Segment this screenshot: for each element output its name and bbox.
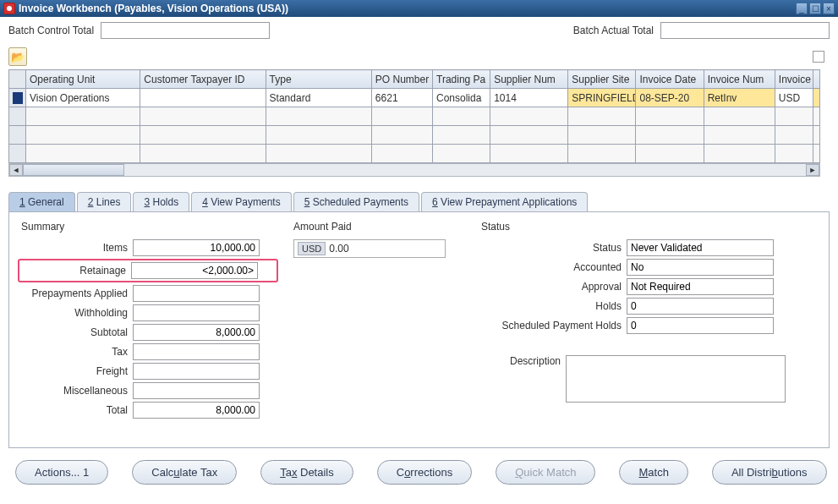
row-selector[interactable] xyxy=(9,89,26,107)
window-title: Invoice Workbench (Payables, Vision Oper… xyxy=(19,3,796,14)
amount-paid-legend: Amount Paid xyxy=(293,221,463,233)
tab-scheduled-payments[interactable]: 5 Scheduled Payments xyxy=(293,192,419,211)
items-label: Items xyxy=(21,242,133,254)
summary-legend: Summary xyxy=(21,221,275,233)
tax-input[interactable] xyxy=(133,343,260,360)
col-supplier-site[interactable]: Supplier Site xyxy=(568,70,636,89)
close-button[interactable]: × xyxy=(823,3,835,14)
items-input[interactable] xyxy=(133,239,260,256)
currency-badge: USD xyxy=(298,242,326,255)
freight-input[interactable] xyxy=(133,363,260,380)
amount-paid-group: Amount Paid USD 0.00 xyxy=(293,221,463,432)
description-textarea[interactable] xyxy=(566,355,786,403)
tab-view-payments[interactable]: 4 View Payments xyxy=(191,192,292,211)
tab-general[interactable]: 1 General xyxy=(8,192,75,211)
tax-label: Tax xyxy=(21,346,133,358)
status-group: Status Status Accounted Approval Holds S… xyxy=(481,221,817,432)
quick-match-button: Quick Match xyxy=(496,460,595,485)
col-customer-taxpayer[interactable]: Customer Taxpayer ID xyxy=(140,70,266,89)
status-input[interactable] xyxy=(627,239,774,256)
summary-group: Summary Items Retainage Prepayments Appl… xyxy=(21,221,275,432)
description-label: Description xyxy=(481,355,566,367)
withhold-input[interactable] xyxy=(133,304,260,321)
button-bar: Actions... 1 Calculate Tax Tax Details C… xyxy=(0,448,838,493)
batch-actual-input[interactable] xyxy=(660,22,830,39)
actions-button[interactable]: Actions... 1 xyxy=(15,460,108,485)
col-po-number[interactable]: PO Number xyxy=(371,70,432,89)
col-invoice-curr[interactable]: Invoice xyxy=(775,70,813,89)
prepay-label: Prepayments Applied xyxy=(21,288,133,299)
cell-invoice-curr[interactable]: USD xyxy=(775,89,813,107)
subtotal-input[interactable] xyxy=(133,324,260,341)
col-type[interactable]: Type xyxy=(266,70,371,89)
cell-trading[interactable]: Consolida xyxy=(433,89,490,107)
table-row[interactable] xyxy=(9,126,820,145)
cell-operating-unit[interactable]: Vision Operations xyxy=(26,89,140,107)
prepay-input[interactable] xyxy=(133,285,260,302)
scroll-left-icon[interactable]: ◄ xyxy=(9,164,23,176)
cell-po-number[interactable]: 6621 xyxy=(371,89,432,107)
scroll-thumb[interactable] xyxy=(23,164,124,176)
amount-paid-value: 0.00 xyxy=(329,243,348,255)
approval-label: Approval xyxy=(481,281,627,293)
accounted-input[interactable] xyxy=(627,259,774,276)
window-titlebar: Invoice Workbench (Payables, Vision Oper… xyxy=(0,0,838,17)
corrections-button[interactable]: Corrections xyxy=(377,460,472,485)
cell-invoice-date[interactable]: 08-SEP-20 xyxy=(636,89,704,107)
approval-input[interactable] xyxy=(627,278,774,295)
misc-input[interactable] xyxy=(133,382,260,399)
scroll-right-icon[interactable]: ► xyxy=(806,164,819,176)
grid-header-row: Operating Unit Customer Taxpayer ID Type… xyxy=(9,70,820,89)
table-row[interactable] xyxy=(9,107,820,126)
misc-label: Miscellaneous xyxy=(21,385,133,397)
batch-actual-label: Batch Actual Total xyxy=(573,25,654,36)
cell-supplier-site[interactable]: SPRINGFIELD xyxy=(568,89,636,107)
retainage-label: Retainage xyxy=(19,265,131,277)
tab-lines[interactable]: 2 Lines xyxy=(77,192,132,211)
table-row[interactable] xyxy=(9,145,820,163)
holds-label: Holds xyxy=(481,300,627,312)
grid-horizontal-scrollbar[interactable]: ◄ ► xyxy=(8,163,820,177)
cell-supplier-num[interactable]: 1014 xyxy=(490,89,568,107)
col-trading-partner[interactable]: Trading Pa xyxy=(433,70,490,89)
cell-invoice-num[interactable]: RetInv xyxy=(704,89,775,107)
tab-prepayment-apps[interactable]: 6 View Prepayment Applications xyxy=(421,192,588,211)
cell-customer-tax[interactable] xyxy=(140,89,266,107)
amount-paid-field[interactable]: USD 0.00 xyxy=(293,239,446,258)
sched-holds-label: Scheduled Payment Holds xyxy=(481,320,627,331)
oracle-icon xyxy=(3,3,15,14)
col-supplier-num[interactable]: Supplier Num xyxy=(490,70,568,89)
status-label: Status xyxy=(481,242,627,254)
col-invoice-num[interactable]: Invoice Num xyxy=(704,70,775,89)
all-distributions-button[interactable]: All Distributions xyxy=(712,460,827,485)
col-invoice-date[interactable]: Invoice Date xyxy=(636,70,704,89)
batch-control-label: Batch Control Total xyxy=(8,25,94,36)
header-checkbox[interactable] xyxy=(813,51,824,63)
holds-input[interactable] xyxy=(627,298,774,315)
calculate-tax-button[interactable]: Calculate Tax xyxy=(132,460,237,485)
retainage-row: Retainage xyxy=(18,259,278,282)
batch-control-input[interactable] xyxy=(101,22,270,39)
freight-label: Freight xyxy=(21,365,133,377)
col-operating-unit[interactable]: Operating Unit xyxy=(26,70,140,89)
total-label: Total xyxy=(21,404,133,416)
cell-type[interactable]: Standard xyxy=(266,89,371,107)
maximize-button[interactable]: ☐ xyxy=(809,3,821,14)
status-legend: Status xyxy=(481,221,817,233)
tax-details-button[interactable]: Tax Details xyxy=(260,460,353,485)
subtotal-label: Subtotal xyxy=(21,326,133,338)
withhold-label: Withholding xyxy=(21,307,133,319)
folder-icon[interactable]: 📂 xyxy=(8,47,27,66)
accounted-label: Accounted xyxy=(481,261,627,273)
table-row[interactable]: Vision Operations Standard 6621 Consolid… xyxy=(9,89,820,107)
total-input[interactable] xyxy=(133,402,260,419)
invoice-grid[interactable]: Operating Unit Customer Taxpayer ID Type… xyxy=(8,69,820,163)
minimize-button[interactable]: _ xyxy=(796,3,808,14)
retainage-input[interactable] xyxy=(131,262,258,279)
sched-holds-input[interactable] xyxy=(627,317,774,334)
tab-holds[interactable]: 3 Holds xyxy=(133,192,189,211)
batch-row: Batch Control Total Batch Actual Total xyxy=(8,22,830,39)
match-button[interactable]: Match xyxy=(619,460,687,485)
